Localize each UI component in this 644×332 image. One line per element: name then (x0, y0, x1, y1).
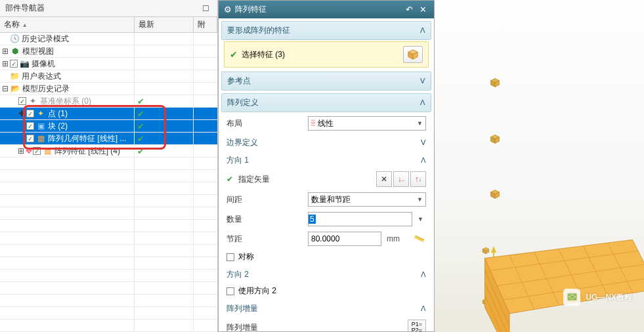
pattern-feature-dialog: ⚙ 阵列特征 ↶ ✕ 要形成阵列的特征 ᐱ ✔ 选择特征 (3) (218, 0, 435, 332)
expand-icon[interactable]: ⊞ (1, 48, 9, 55)
point-icon: ✦ (35, 108, 46, 119)
csys-icon: ✦ (28, 96, 38, 106)
history-icon: 🕓 (9, 33, 20, 44)
checkbox[interactable] (26, 110, 34, 117)
empty-row (0, 220, 217, 232)
navigator-tree[interactable]: 🕓 历史记录模式 ⊞ ⬢ 模型视图 ⊞ 📷 摄像机 (0, 33, 217, 332)
layout-row: 布局 ⦙⦙⦙ 线性 ▼ (219, 114, 434, 133)
close-icon[interactable]: ✕ (418, 5, 429, 14)
expand-icon[interactable]: ⊞ (17, 148, 24, 155)
graphics-viewport[interactable]: ✉ UG—NX教程 (435, 0, 644, 332)
section-increment[interactable]: 阵列增量 ᐱ (219, 299, 434, 317)
close-icon[interactable]: ☐ (200, 4, 212, 13)
select-feature-label: 选择特征 (3) (242, 49, 285, 60)
small-cube (490, 134, 500, 144)
check-icon: ✔ (137, 109, 144, 119)
navigator-columns: 名称 ▲ 最新 附 (0, 17, 217, 33)
section-ref-point[interactable]: 参考点 ᐯ (221, 72, 431, 91)
chevron-up-icon: ᐱ (420, 98, 425, 107)
tree-row-user-expr[interactable]: 📁 用户表达式 (0, 70, 217, 83)
tree-row-history-mode[interactable]: 🕓 历史记录模式 (0, 33, 217, 45)
symmetry-row[interactable]: 对称 (219, 249, 434, 265)
empty-row (0, 245, 217, 257)
dialog-title: 阵列特征 (235, 4, 267, 15)
section-select-features[interactable]: 要形成阵列的特征 ᐱ (221, 21, 431, 40)
tree-row-model-view[interactable]: ⊞ ⬢ 模型视图 (0, 45, 217, 58)
col-name[interactable]: 名称 ▲ (0, 17, 135, 32)
empty-row (0, 295, 217, 307)
use-dir2-label: 使用方向 2 (238, 285, 276, 297)
small-cube (490, 189, 500, 199)
spacing-label: 间距 (226, 194, 305, 205)
chevron-down-icon[interactable]: ▼ (415, 216, 426, 222)
col-last[interactable]: 附 (194, 17, 217, 32)
use-dir2-row[interactable]: 使用方向 2 (219, 283, 434, 299)
gear-icon[interactable]: ⚙ (224, 5, 232, 14)
increment-label: 阵列增量 (226, 322, 405, 332)
collapse-icon[interactable]: ⊟ (1, 85, 9, 93)
section-dir1[interactable]: 方向 1 ᐱ (219, 151, 434, 169)
col-latest[interactable]: 最新 (135, 17, 194, 32)
watermark: ✉ UG—NX教程 (563, 289, 632, 306)
pattern-feat-icon: ▦ (42, 146, 53, 156)
tree-row-point[interactable]: ✚ ✦ 点 (1) ✔ (0, 108, 217, 120)
checkbox[interactable] (226, 253, 234, 261)
p1p2-button[interactable]: P1=P2= (408, 320, 426, 331)
chevron-down-icon: ▼ (417, 196, 423, 203)
tree-row-pattern-feat[interactable]: ⊞ ✥ ▦ 阵列特征 [线性] (4) ✔ (0, 145, 217, 157)
checkbox[interactable] (18, 97, 26, 105)
navigator-titlebar: 部件导航器 ☐ (0, 0, 217, 17)
pattern-geom-icon: ▦ (35, 133, 46, 144)
pitch-unit: mm (384, 234, 410, 243)
vector-reverse-button[interactable]: ✕ (376, 171, 392, 187)
checkbox[interactable] (10, 60, 18, 68)
empty-row (0, 320, 217, 332)
count-input[interactable]: 5 (308, 212, 412, 226)
checkbox[interactable] (226, 287, 234, 295)
move-icon: ✥ (26, 146, 32, 156)
empty-row (0, 257, 217, 270)
section-pattern-def[interactable]: 阵列定义 ᐱ (221, 93, 431, 112)
symmetry-label: 对称 (238, 251, 254, 262)
empty-row (0, 157, 217, 170)
checkbox[interactable] (26, 135, 34, 142)
modelview-icon: ⬢ (10, 46, 20, 56)
dialog-titlebar[interactable]: ⚙ 阵列特征 ↶ ✕ (219, 1, 434, 18)
pitch-input[interactable] (308, 232, 381, 246)
checkbox[interactable] (26, 122, 34, 130)
select-feature-row[interactable]: ✔ 选择特征 (3) (224, 41, 429, 68)
tree-row-csys[interactable]: ✦ 基准坐标系 (0) ✔ (0, 95, 217, 108)
tree-row-block[interactable]: ▣ 块 (2) ✔ (0, 120, 217, 133)
folder-icon: 📁 (9, 71, 20, 81)
vector-flip-button[interactable]: ↑↓ (410, 171, 426, 187)
check-icon: ✔ (137, 146, 144, 156)
undo-icon[interactable]: ↶ (404, 5, 415, 14)
tree-row-pattern-geom[interactable]: ▦ 阵列几何特征 [线性] ... ✔ (0, 133, 217, 145)
empty-row (0, 232, 217, 245)
chevron-up-icon: ᐱ (421, 304, 426, 313)
pitch-row: 节距 mm 📏 (219, 229, 434, 249)
count-label: 数量 (226, 214, 305, 225)
chevron-down-icon: ᐯ (420, 77, 425, 85)
section-boundary[interactable]: 边界定义 ᐯ (219, 133, 434, 151)
model-block (460, 207, 644, 332)
chevron-up-icon: ᐱ (421, 156, 426, 165)
folder-open-icon: 📂 (10, 83, 20, 94)
layout-label: 布局 (226, 118, 305, 129)
ruler-icon[interactable]: 📏 (412, 232, 427, 245)
checkbox[interactable] (33, 147, 41, 155)
tree-row-model-history[interactable]: ⊟ 📂 模型历史记录 (0, 83, 217, 95)
section-dir2[interactable]: 方向 2 ᐱ (219, 265, 434, 283)
increment-row: 阵列增量 P1=P2= (219, 317, 434, 331)
tree-row-camera[interactable]: ⊞ 📷 摄像机 (0, 58, 217, 70)
check-icon: ✔ (137, 121, 144, 131)
select-feature-button[interactable] (403, 46, 423, 63)
layout-dropdown[interactable]: ⦙⦙⦙ 线性 ▼ (308, 116, 426, 131)
spacing-dropdown[interactable]: 数量和节距 ▼ (308, 192, 426, 207)
vector-infer-button[interactable]: ↓.. (393, 171, 409, 187)
empty-row (0, 170, 217, 182)
chevron-down-icon: ▼ (417, 120, 423, 127)
pitch-label: 节距 (226, 234, 305, 245)
spec-vector-label: 指定矢量 (238, 174, 374, 185)
expand-icon[interactable]: ⊞ (1, 60, 9, 68)
